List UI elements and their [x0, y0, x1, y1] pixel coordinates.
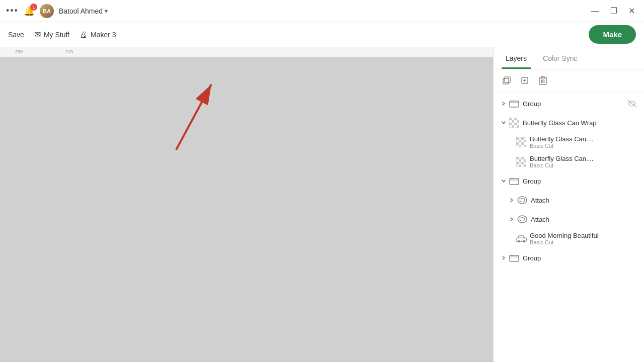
- save-button[interactable]: Save: [8, 31, 24, 39]
- layer-item-good-morning[interactable]: Good Morning BeautifulBasic Cut: [494, 229, 644, 248]
- svg-rect-13: [510, 101, 519, 107]
- layer-item-butterfly-item-2[interactable]: Butterfly Glass Can....Basic Cut: [494, 152, 644, 171]
- svg-rect-26: [519, 140, 521, 142]
- layer-name-wrap: Group: [523, 100, 626, 108]
- chevron-icon[interactable]: [508, 215, 516, 223]
- user-chevron-icon: ▾: [105, 8, 108, 15]
- layer-sub-type: Basic Cut: [530, 143, 638, 149]
- svg-rect-2: [503, 78, 509, 84]
- layer-sub-type: Basic Cut: [530, 162, 638, 168]
- layer-name-wrap: Good Morning BeautifulBasic Cut: [530, 232, 638, 245]
- layer-name: Butterfly Glass Can Wrap: [523, 119, 638, 127]
- layer-item-group-1[interactable]: Group: [494, 94, 644, 113]
- main-area: 200 210 Layers Color Sync: [0, 47, 644, 362]
- svg-rect-19: [509, 123, 512, 125]
- svg-rect-20: [514, 123, 517, 125]
- add-layer-button[interactable]: [500, 73, 514, 87]
- my-stuff-button[interactable]: ✉ My Stuff: [34, 30, 69, 39]
- layer-type-icon: [516, 156, 527, 167]
- avatar[interactable]: BA: [40, 4, 54, 18]
- layer-actions-bar: [494, 69, 644, 92]
- my-stuff-label: My Stuff: [44, 31, 69, 39]
- canvas-area[interactable]: 200 210: [0, 47, 493, 362]
- layer-item-attach-1[interactable]: Attach: [494, 191, 644, 210]
- layer-sub-type: Basic Cut: [530, 239, 638, 245]
- layer-name: Group: [523, 254, 638, 262]
- svg-rect-28: [516, 142, 519, 145]
- svg-rect-25: [521, 137, 524, 140]
- tab-bar: Layers Color Sync: [494, 47, 644, 69]
- chevron-icon[interactable]: [500, 254, 508, 262]
- toolbar: Save ✉ My Stuff 🖨 Maker 3 Make: [0, 22, 644, 47]
- layer-item-butterfly-group[interactable]: Butterfly Glass Can Wrap: [494, 113, 644, 132]
- svg-rect-35: [519, 159, 521, 162]
- layer-type-icon: [509, 175, 520, 187]
- minimize-button[interactable]: —: [588, 7, 602, 16]
- svg-rect-49: [510, 255, 519, 261]
- svg-rect-33: [516, 157, 519, 159]
- layer-name: Attach: [531, 216, 638, 223]
- svg-rect-27: [524, 140, 526, 142]
- svg-rect-21: [512, 125, 514, 128]
- layer-name: Group: [523, 100, 626, 108]
- svg-point-45: [520, 218, 525, 221]
- svg-point-44: [518, 216, 527, 223]
- chevron-icon[interactable]: [508, 196, 516, 204]
- canvas-content[interactable]: [0, 57, 493, 362]
- layer-name-wrap: Group: [523, 177, 638, 185]
- tab-layers[interactable]: Layers: [502, 49, 531, 69]
- chevron-icon[interactable]: [500, 119, 508, 127]
- notification-bell[interactable]: 🔔 1: [24, 6, 35, 17]
- svg-rect-30: [519, 145, 521, 147]
- restore-button[interactable]: ❐: [607, 6, 620, 16]
- layer-item-group-2[interactable]: Group: [494, 171, 644, 191]
- maker3-button[interactable]: 🖨 Maker 3: [79, 30, 116, 39]
- menu-dots[interactable]: •••: [6, 6, 19, 16]
- chevron-icon[interactable]: [500, 177, 508, 185]
- svg-rect-46: [516, 238, 526, 241]
- layer-item-group-3[interactable]: Group: [494, 248, 644, 267]
- close-button[interactable]: ✕: [625, 6, 638, 16]
- svg-rect-36: [524, 159, 526, 162]
- make-button[interactable]: Make: [589, 25, 636, 44]
- svg-rect-40: [524, 164, 526, 167]
- copy-layer-button[interactable]: [518, 73, 532, 87]
- layer-name: Good Morning Beautiful: [530, 232, 638, 239]
- mystuff-icon: ✉: [34, 30, 41, 39]
- trash-icon: [539, 76, 547, 85]
- layer-item-butterfly-item-1[interactable]: Butterfly Glass Can....Basic Cut: [494, 132, 644, 152]
- svg-rect-38: [521, 162, 524, 164]
- svg-point-42: [518, 197, 527, 204]
- svg-rect-22: [517, 125, 519, 128]
- user-name: Batool Ahmed: [59, 7, 103, 15]
- svg-point-43: [520, 199, 525, 202]
- svg-rect-24: [516, 137, 519, 140]
- delete-layer-button[interactable]: [536, 73, 550, 87]
- layer-name: Butterfly Glass Can....: [530, 155, 638, 162]
- layer-name: Group: [523, 177, 638, 185]
- side-panel: Layers Color Sync: [493, 47, 644, 362]
- horizontal-ruler: 200 210: [0, 47, 493, 57]
- visibility-icon[interactable]: [626, 98, 638, 110]
- avatar-initials: BA: [43, 8, 51, 14]
- svg-rect-41: [510, 178, 519, 185]
- svg-rect-31: [524, 145, 526, 147]
- svg-rect-39: [519, 164, 521, 167]
- svg-rect-3: [505, 77, 510, 82]
- ruler-mark-200: 200: [15, 49, 23, 54]
- duplicate-icon: [502, 76, 511, 85]
- layer-name: Attach: [531, 197, 638, 204]
- layer-item-attach-2[interactable]: Attach: [494, 210, 644, 229]
- layer-type-icon: [509, 117, 520, 128]
- layer-name-wrap: Attach: [531, 216, 638, 223]
- tab-color-sync[interactable]: Color Sync: [539, 49, 581, 69]
- svg-rect-9: [541, 76, 544, 78]
- svg-rect-34: [521, 157, 524, 159]
- chevron-icon[interactable]: [500, 100, 508, 108]
- layer-type-icon: [509, 252, 520, 263]
- layer-list[interactable]: Group Butterfly Glass Can Wrap Butterfly…: [494, 92, 644, 362]
- notification-badge: 1: [30, 4, 37, 11]
- user-menu[interactable]: Batool Ahmed ▾: [59, 7, 108, 15]
- ruler-mark-210: 210: [65, 49, 73, 54]
- svg-rect-18: [517, 120, 519, 123]
